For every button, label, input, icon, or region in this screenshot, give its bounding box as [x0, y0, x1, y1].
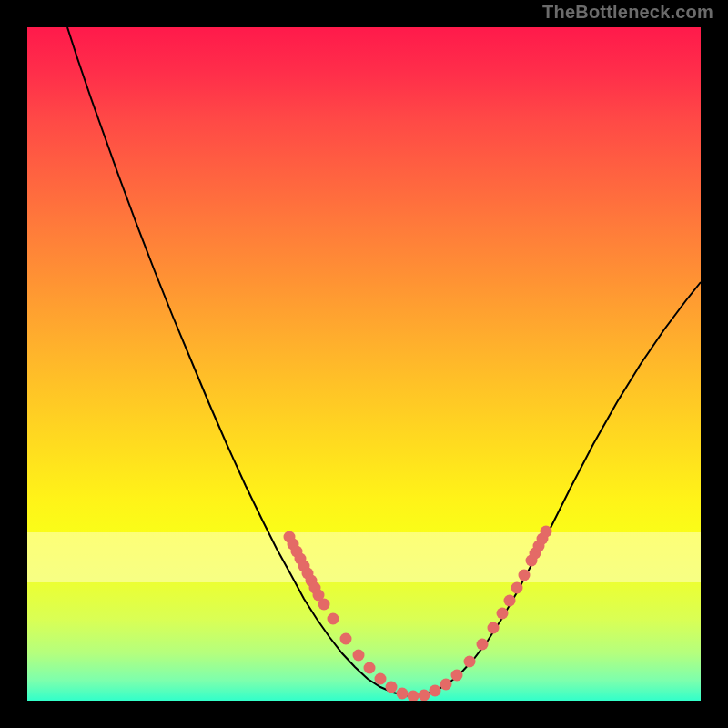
curve-dot: [519, 570, 531, 581]
curve-dot: [375, 673, 387, 685]
curve-dot: [386, 682, 398, 693]
curve-dot: [353, 650, 365, 662]
curve-dot: [408, 691, 420, 702]
curve-dots-group: [284, 526, 552, 702]
curve-dot: [504, 595, 516, 607]
chart-svg: [27, 27, 701, 701]
chart-plot-area: [27, 27, 701, 701]
curve-dot: [397, 688, 409, 700]
curve-dot: [511, 582, 523, 594]
curve-dot: [451, 670, 463, 682]
curve-dot: [419, 690, 430, 702]
curve-dot: [440, 679, 452, 691]
curve-dot: [340, 633, 352, 645]
curve-dot: [430, 685, 441, 697]
curve-dot: [497, 608, 509, 620]
watermark-text: TheBottleneck.com: [542, 2, 713, 23]
curve-dot: [464, 656, 476, 668]
curve-dot: [477, 639, 489, 651]
bottleneck-curve: [67, 27, 701, 696]
curve-dot: [488, 622, 500, 634]
curve-dot: [541, 526, 552, 538]
curve-dot: [318, 599, 330, 611]
curve-dot: [364, 662, 376, 674]
curve-dot: [328, 613, 339, 625]
